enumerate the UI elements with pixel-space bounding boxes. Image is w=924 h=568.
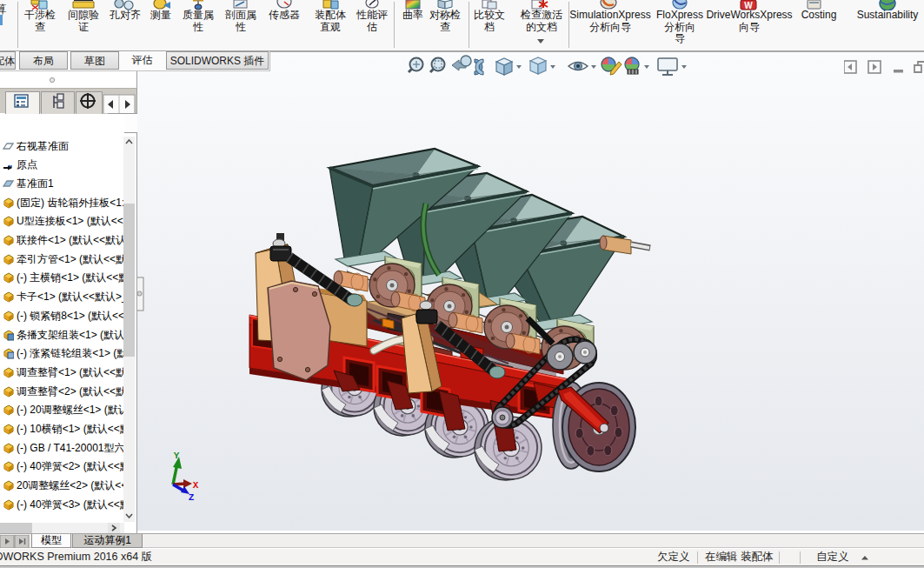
svg-text:W: W	[744, 1, 753, 10]
